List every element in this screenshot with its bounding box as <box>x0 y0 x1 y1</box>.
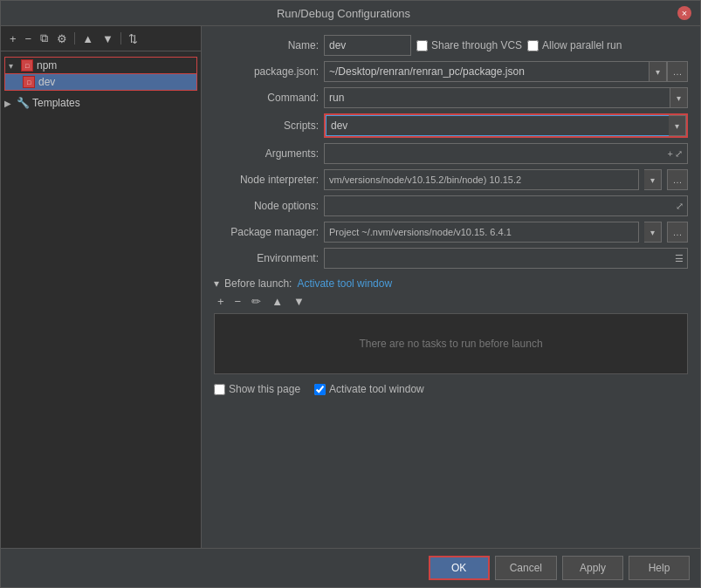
environment-row: Environment: ☰ <box>214 248 688 269</box>
edit-icon: ☰ <box>675 253 684 264</box>
show-page-checkbox[interactable] <box>214 384 225 395</box>
arguments-field[interactable]: + ⤢ <box>324 143 688 164</box>
toolbar-separator-2 <box>120 32 121 44</box>
environment-label: Environment: <box>214 252 319 264</box>
no-tasks-text: There are no tasks to run before launch <box>359 338 542 350</box>
ok-button[interactable]: OK <box>429 556 490 580</box>
arguments-label: Arguments: <box>214 147 319 160</box>
node-interpreter-field: vm/versions/node/v10.15.2/bin/node) 10.1… <box>324 169 639 190</box>
toolbar-separator <box>74 32 75 44</box>
before-launch-label: Before launch: <box>224 277 292 290</box>
package-manager-dropdown[interactable]: ▾ <box>644 222 662 243</box>
dev-icon: □ <box>23 76 35 88</box>
right-panel: Name: Share through VCS Allow parallel r… <box>202 26 700 548</box>
node-interpreter-label: Node interpreter: <box>214 174 319 186</box>
package-manager-field: Project ~/.nvm/versions/node/v10.15. 6.4… <box>324 222 639 243</box>
node-options-label: Node options: <box>214 200 319 212</box>
share-vcs-label: Share through VCS <box>416 39 522 51</box>
show-page-label: Show this page <box>229 383 300 395</box>
node-interpreter-dropdown[interactable]: ▾ <box>644 169 662 190</box>
npm-label: npm <box>37 59 57 72</box>
dev-label: dev <box>38 76 55 88</box>
add-config-button[interactable]: + <box>6 31 20 47</box>
scripts-container-row: Scripts: ▾ <box>214 113 688 138</box>
run-debug-dialog: Run/Debug Configurations × + − ⧉ ⚙ <box>0 0 701 588</box>
package-json-browse-button[interactable]: … <box>667 61 688 82</box>
apply-button[interactable]: Apply <box>562 556 623 580</box>
templates-tree-item[interactable]: ▶ 🔧 Templates <box>1 94 201 112</box>
templates-label: Templates <box>32 97 80 109</box>
show-page-item: Show this page <box>214 383 300 395</box>
activate-window-checkbox[interactable] <box>314 384 326 395</box>
package-manager-browse-button[interactable]: … <box>667 222 688 243</box>
before-launch-header[interactable]: ▾ Before launch: Activate tool window <box>214 277 688 290</box>
name-input[interactable] <box>324 35 411 56</box>
resize-icon[interactable]: ⤢ <box>675 148 683 160</box>
scripts-label: Scripts: <box>214 120 319 132</box>
sort-button[interactable]: ⇅ <box>125 31 141 47</box>
cancel-button[interactable]: Cancel <box>495 556 557 580</box>
allow-parallel-label: Allow parallel run <box>527 39 622 51</box>
remove-config-button[interactable]: − <box>22 31 36 47</box>
node-interpreter-row: Node interpreter: vm/versions/node/v10.1… <box>214 169 688 190</box>
before-launch-add-button[interactable]: + <box>214 293 228 310</box>
before-launch-remove-button[interactable]: − <box>231 293 245 310</box>
activate-window-label: Activate tool window <box>329 383 424 395</box>
footer: OK Cancel Apply Help <box>1 548 700 587</box>
command-row: Command: run ▾ <box>214 87 688 108</box>
package-manager-label: Package manager: <box>214 226 319 238</box>
plus-icon[interactable]: + <box>668 148 673 160</box>
bottom-checkboxes: Show this page Activate tool window <box>214 383 688 395</box>
before-launch-area: There are no tasks to run before launch <box>214 313 688 374</box>
collapse-icon: ▾ <box>214 277 219 290</box>
npm-group: ▾ □ npm □ dev <box>4 57 197 91</box>
left-panel: + − ⧉ ⚙ ▲ ▼ ⇅ <box>1 26 202 548</box>
package-json-row: package.json: ~/Desktop/renran/renran_pc… <box>214 61 688 82</box>
before-launch-edit-button[interactable]: ✏ <box>248 293 265 310</box>
templates-icon: 🔧 <box>17 97 29 109</box>
dialog-title: Run/Debug Configurations <box>10 7 677 20</box>
allow-parallel-checkbox[interactable] <box>527 40 539 51</box>
before-launch-toolbar: + − ✏ ▲ ▼ <box>214 293 688 310</box>
main-area: + − ⧉ ⚙ ▲ ▼ ⇅ <box>1 26 700 548</box>
command-label: Command: <box>214 92 319 104</box>
package-json-label: package.json: <box>214 65 319 78</box>
templates-arrow: ▶ <box>4 99 17 108</box>
environment-field[interactable]: ☰ <box>324 248 688 269</box>
copy-config-button[interactable]: ⧉ <box>37 30 52 47</box>
activate-window-item: Activate tool window <box>314 383 424 395</box>
help-button[interactable]: Help <box>629 556 690 580</box>
scripts-dropdown[interactable]: ▾ <box>669 115 686 136</box>
arguments-row: Arguments: + ⤢ <box>214 143 688 164</box>
node-options-row: Node options: ⤢ <box>214 195 688 216</box>
resize-icon-2: ⤢ <box>676 201 684 212</box>
package-manager-row: Package manager: Project ~/.nvm/versions… <box>214 222 688 243</box>
npm-icon: □ <box>21 59 33 72</box>
close-button[interactable]: × <box>677 6 691 20</box>
left-toolbar: + − ⧉ ⚙ ▲ ▼ ⇅ <box>1 26 201 51</box>
package-json-dropdown[interactable]: ▾ <box>649 61 667 82</box>
package-json-field: ~/Desktop/renran/renran_pc/package.json <box>324 61 649 82</box>
command-dropdown[interactable]: ▾ <box>670 87 688 108</box>
command-field: run <box>324 87 670 108</box>
name-row: Name: Share through VCS Allow parallel r… <box>214 35 688 56</box>
before-launch-down-button[interactable]: ▼ <box>290 293 308 310</box>
dev-tree-item[interactable]: □ dev <box>5 73 196 90</box>
share-vcs-checkbox[interactable] <box>416 40 428 51</box>
scripts-input[interactable] <box>326 115 669 136</box>
expand-icons: + ⤢ <box>668 148 683 160</box>
settings-button[interactable]: ⚙ <box>53 31 71 47</box>
arrow-down-button[interactable]: ▼ <box>99 31 117 47</box>
collapse-arrow: ▾ <box>9 61 21 71</box>
before-launch-section: ▾ Before launch: Activate tool window + … <box>214 277 688 374</box>
before-launch-up-button[interactable]: ▲ <box>268 293 286 310</box>
node-interpreter-browse-button[interactable]: … <box>667 169 688 190</box>
tree-area: ▾ □ npm □ dev ▶ 🔧 Templates <box>1 51 201 548</box>
name-label: Name: <box>214 39 319 51</box>
node-options-field[interactable]: ⤢ <box>324 195 688 216</box>
npm-tree-item[interactable]: ▾ □ npm <box>5 58 196 73</box>
arrow-up-button[interactable]: ▲ <box>79 31 97 47</box>
activate-tool-window-link[interactable]: Activate tool window <box>297 277 392 290</box>
title-bar: Run/Debug Configurations × <box>1 1 700 26</box>
scripts-border-box: ▾ <box>324 113 688 138</box>
